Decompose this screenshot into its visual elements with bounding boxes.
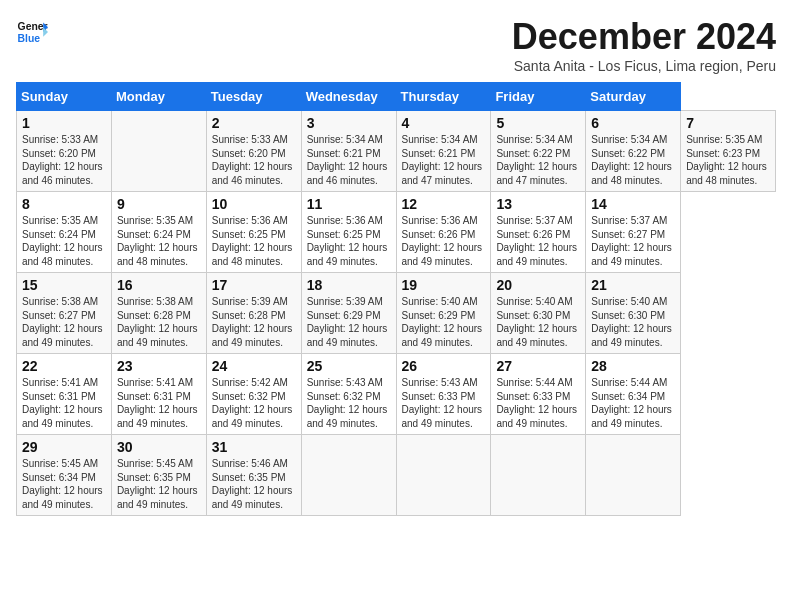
day-number: 24: [212, 358, 296, 374]
table-row: 18Sunrise: 5:39 AMSunset: 6:29 PMDayligh…: [301, 273, 396, 354]
day-number: 3: [307, 115, 391, 131]
col-header-wednesday: Wednesday: [301, 83, 396, 111]
day-number: 27: [496, 358, 580, 374]
day-info: Sunrise: 5:37 AMSunset: 6:26 PMDaylight:…: [496, 214, 580, 268]
table-row: 9Sunrise: 5:35 AMSunset: 6:24 PMDaylight…: [111, 192, 206, 273]
day-info: Sunrise: 5:39 AMSunset: 6:29 PMDaylight:…: [307, 295, 391, 349]
title-block: December 2024 Santa Anita - Los Ficus, L…: [512, 16, 776, 74]
day-number: 14: [591, 196, 675, 212]
day-info: Sunrise: 5:36 AMSunset: 6:25 PMDaylight:…: [212, 214, 296, 268]
table-row: 15Sunrise: 5:38 AMSunset: 6:27 PMDayligh…: [17, 273, 112, 354]
day-number: 15: [22, 277, 106, 293]
day-number: 28: [591, 358, 675, 374]
table-row: 16Sunrise: 5:38 AMSunset: 6:28 PMDayligh…: [111, 273, 206, 354]
day-info: Sunrise: 5:36 AMSunset: 6:25 PMDaylight:…: [307, 214, 391, 268]
day-number: 8: [22, 196, 106, 212]
day-number: 4: [402, 115, 486, 131]
day-info: Sunrise: 5:39 AMSunset: 6:28 PMDaylight:…: [212, 295, 296, 349]
day-info: Sunrise: 5:35 AMSunset: 6:24 PMDaylight:…: [22, 214, 106, 268]
day-number: 25: [307, 358, 391, 374]
table-row: 7Sunrise: 5:35 AMSunset: 6:23 PMDaylight…: [681, 111, 776, 192]
day-info: Sunrise: 5:36 AMSunset: 6:26 PMDaylight:…: [402, 214, 486, 268]
col-header-saturday: Saturday: [586, 83, 681, 111]
day-info: Sunrise: 5:41 AMSunset: 6:31 PMDaylight:…: [22, 376, 106, 430]
day-info: Sunrise: 5:42 AMSunset: 6:32 PMDaylight:…: [212, 376, 296, 430]
day-number: 12: [402, 196, 486, 212]
day-info: Sunrise: 5:34 AMSunset: 6:21 PMDaylight:…: [402, 133, 486, 187]
day-number: 13: [496, 196, 580, 212]
day-info: Sunrise: 5:38 AMSunset: 6:28 PMDaylight:…: [117, 295, 201, 349]
day-number: 30: [117, 439, 201, 455]
calendar-week: 1Sunrise: 5:33 AMSunset: 6:20 PMDaylight…: [17, 111, 776, 192]
table-row: 22Sunrise: 5:41 AMSunset: 6:31 PMDayligh…: [17, 354, 112, 435]
day-info: Sunrise: 5:45 AMSunset: 6:35 PMDaylight:…: [117, 457, 201, 511]
table-row: 31Sunrise: 5:46 AMSunset: 6:35 PMDayligh…: [206, 435, 301, 516]
table-row: 1Sunrise: 5:33 AMSunset: 6:20 PMDaylight…: [17, 111, 112, 192]
calendar-week: 15Sunrise: 5:38 AMSunset: 6:27 PMDayligh…: [17, 273, 776, 354]
col-header-monday: Monday: [111, 83, 206, 111]
table-row: [301, 435, 396, 516]
day-number: 9: [117, 196, 201, 212]
day-info: Sunrise: 5:33 AMSunset: 6:20 PMDaylight:…: [212, 133, 296, 187]
logo: General Blue: [16, 16, 48, 48]
day-info: Sunrise: 5:40 AMSunset: 6:30 PMDaylight:…: [591, 295, 675, 349]
col-header-friday: Friday: [491, 83, 586, 111]
logo-icon: General Blue: [16, 16, 48, 48]
table-row: 14Sunrise: 5:37 AMSunset: 6:27 PMDayligh…: [586, 192, 681, 273]
table-row: 21Sunrise: 5:40 AMSunset: 6:30 PMDayligh…: [586, 273, 681, 354]
table-row: 25Sunrise: 5:43 AMSunset: 6:32 PMDayligh…: [301, 354, 396, 435]
day-info: Sunrise: 5:40 AMSunset: 6:29 PMDaylight:…: [402, 295, 486, 349]
day-number: 18: [307, 277, 391, 293]
table-row: 3Sunrise: 5:34 AMSunset: 6:21 PMDaylight…: [301, 111, 396, 192]
table-row: 30Sunrise: 5:45 AMSunset: 6:35 PMDayligh…: [111, 435, 206, 516]
day-number: 10: [212, 196, 296, 212]
subtitle: Santa Anita - Los Ficus, Lima region, Pe…: [512, 58, 776, 74]
svg-text:Blue: Blue: [18, 33, 41, 44]
table-row: 11Sunrise: 5:36 AMSunset: 6:25 PMDayligh…: [301, 192, 396, 273]
table-row: 24Sunrise: 5:42 AMSunset: 6:32 PMDayligh…: [206, 354, 301, 435]
day-number: 6: [591, 115, 675, 131]
day-info: Sunrise: 5:44 AMSunset: 6:33 PMDaylight:…: [496, 376, 580, 430]
table-row: 26Sunrise: 5:43 AMSunset: 6:33 PMDayligh…: [396, 354, 491, 435]
day-info: Sunrise: 5:33 AMSunset: 6:20 PMDaylight:…: [22, 133, 106, 187]
day-number: 26: [402, 358, 486, 374]
col-header-sunday: Sunday: [17, 83, 112, 111]
day-info: Sunrise: 5:34 AMSunset: 6:22 PMDaylight:…: [496, 133, 580, 187]
calendar-week: 29Sunrise: 5:45 AMSunset: 6:34 PMDayligh…: [17, 435, 776, 516]
table-row: 4Sunrise: 5:34 AMSunset: 6:21 PMDaylight…: [396, 111, 491, 192]
day-info: Sunrise: 5:41 AMSunset: 6:31 PMDaylight:…: [117, 376, 201, 430]
table-row: 20Sunrise: 5:40 AMSunset: 6:30 PMDayligh…: [491, 273, 586, 354]
table-row: 5Sunrise: 5:34 AMSunset: 6:22 PMDaylight…: [491, 111, 586, 192]
table-row: 29Sunrise: 5:45 AMSunset: 6:34 PMDayligh…: [17, 435, 112, 516]
header-row: SundayMondayTuesdayWednesdayThursdayFrid…: [17, 83, 776, 111]
day-info: Sunrise: 5:40 AMSunset: 6:30 PMDaylight:…: [496, 295, 580, 349]
day-number: 23: [117, 358, 201, 374]
table-row: 2Sunrise: 5:33 AMSunset: 6:20 PMDaylight…: [206, 111, 301, 192]
day-info: Sunrise: 5:35 AMSunset: 6:24 PMDaylight:…: [117, 214, 201, 268]
calendar-week: 22Sunrise: 5:41 AMSunset: 6:31 PMDayligh…: [17, 354, 776, 435]
day-number: 17: [212, 277, 296, 293]
day-number: 16: [117, 277, 201, 293]
day-number: 5: [496, 115, 580, 131]
col-header-tuesday: Tuesday: [206, 83, 301, 111]
day-number: 11: [307, 196, 391, 212]
day-info: Sunrise: 5:38 AMSunset: 6:27 PMDaylight:…: [22, 295, 106, 349]
table-row: [586, 435, 681, 516]
day-number: 21: [591, 277, 675, 293]
day-info: Sunrise: 5:44 AMSunset: 6:34 PMDaylight:…: [591, 376, 675, 430]
day-number: 7: [686, 115, 770, 131]
day-info: Sunrise: 5:45 AMSunset: 6:34 PMDaylight:…: [22, 457, 106, 511]
day-number: 29: [22, 439, 106, 455]
col-header-thursday: Thursday: [396, 83, 491, 111]
day-info: Sunrise: 5:43 AMSunset: 6:32 PMDaylight:…: [307, 376, 391, 430]
table-row: 6Sunrise: 5:34 AMSunset: 6:22 PMDaylight…: [586, 111, 681, 192]
table-row: 8Sunrise: 5:35 AMSunset: 6:24 PMDaylight…: [17, 192, 112, 273]
table-row: 12Sunrise: 5:36 AMSunset: 6:26 PMDayligh…: [396, 192, 491, 273]
page-header: General Blue December 2024 Santa Anita -…: [16, 16, 776, 74]
table-row: 17Sunrise: 5:39 AMSunset: 6:28 PMDayligh…: [206, 273, 301, 354]
table-row: [396, 435, 491, 516]
day-info: Sunrise: 5:46 AMSunset: 6:35 PMDaylight:…: [212, 457, 296, 511]
day-number: 19: [402, 277, 486, 293]
table-row: 19Sunrise: 5:40 AMSunset: 6:29 PMDayligh…: [396, 273, 491, 354]
day-number: 31: [212, 439, 296, 455]
